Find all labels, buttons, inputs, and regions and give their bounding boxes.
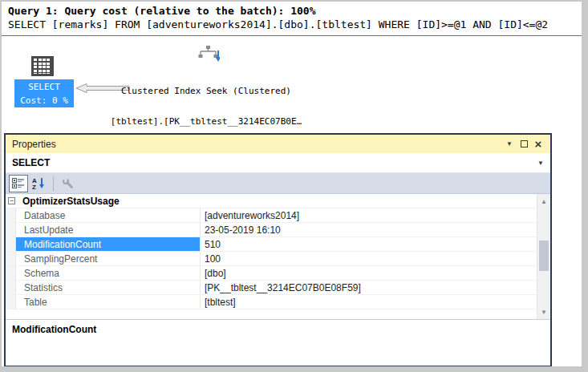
property-value: [tbltest] — [200, 295, 537, 309]
category-row[interactable]: − OptimizerStatsUsage — [6, 194, 537, 208]
select-node-title: SELECT — [14, 80, 74, 94]
float-window-button[interactable] — [517, 138, 531, 151]
combo-chevron-down-icon: ▼ — [537, 160, 544, 167]
property-rows: − OptimizerStatsUsage Database [adventur… — [6, 194, 537, 309]
execution-plan-window: Query 1: Query cost (relative to the bat… — [0, 0, 588, 372]
property-label: Schema — [16, 266, 200, 280]
alphabetical-sort-button[interactable]: A Z — [29, 175, 48, 192]
property-row-modificationcount[interactable]: ModificationCount 510 — [6, 237, 537, 252]
close-icon: × — [535, 140, 542, 148]
collapse-icon[interactable]: − — [8, 197, 15, 204]
properties-title: Properties — [12, 139, 502, 150]
categorized-view-button[interactable] — [9, 175, 28, 192]
svg-text:Z: Z — [32, 184, 36, 189]
toolbar-separator — [53, 176, 54, 191]
plan-canvas: Query 1: Query cost (relative to the bat… — [2, 2, 582, 366]
property-value: 23-05-2019 16:10 — [200, 223, 537, 237]
wrench-icon — [62, 177, 74, 189]
row-indent — [6, 208, 16, 222]
property-label: ModificationCount — [16, 237, 200, 251]
row-indent — [6, 252, 16, 265]
seek-node-title: Clustered Index Seek (Clustered) — [90, 87, 322, 97]
property-value: 510 — [200, 237, 537, 251]
vertical-scrollbar[interactable]: ▲ ▼ — [537, 194, 550, 319]
row-indent — [6, 295, 16, 309]
property-value: [dbo] — [200, 266, 537, 280]
property-value: [PK__tbltest__3214EC07B0E08F59] — [200, 281, 537, 294]
window-position-button[interactable]: ▼ — [502, 138, 517, 151]
result-grid-icon[interactable] — [31, 56, 54, 76]
close-button[interactable]: × — [531, 138, 545, 151]
property-value: [adventureworks2014] — [200, 208, 537, 222]
chevron-down-icon: ▼ — [506, 140, 513, 148]
description-property-name: ModificationCount — [12, 324, 544, 335]
property-row-table[interactable]: Table [tbltest] — [6, 295, 537, 309]
query-separator — [2, 35, 582, 36]
property-grid: − OptimizerStatsUsage Database [adventur… — [6, 194, 550, 319]
property-row-statistics[interactable]: Statistics [PK__tbltest__3214EC07B0E08F5… — [6, 281, 537, 295]
property-label: Database — [16, 208, 200, 222]
property-row-schema[interactable]: Schema [dbo] — [6, 266, 537, 281]
row-indent — [6, 223, 16, 237]
row-indent — [6, 281, 16, 294]
property-pages-button — [58, 175, 77, 192]
query-sql-text: SELECT [remarks] FROM [adventureworks201… — [8, 18, 548, 30]
scroll-down-icon[interactable]: ▼ — [537, 305, 550, 318]
select-node-cost: Cost: 0 % — [14, 94, 74, 107]
properties-toolbar: A Z — [6, 173, 550, 194]
property-value: 100 — [200, 252, 537, 265]
selected-object-label: SELECT — [12, 157, 537, 168]
property-label: SamplingPercent — [16, 252, 200, 265]
row-indent — [6, 237, 16, 251]
sort-az-icon: A Z — [32, 177, 45, 189]
property-row-samplingpercent[interactable]: SamplingPercent 100 — [6, 252, 537, 266]
query-cost-heading: Query 1: Query cost (relative to the bat… — [8, 5, 316, 17]
float-window-icon — [521, 140, 528, 148]
category-label: OptimizerStatsUsage — [17, 196, 120, 207]
property-label: Statistics — [16, 281, 200, 294]
object-selector-combobox[interactable]: SELECT ▼ — [6, 153, 550, 173]
property-row-lastupdate[interactable]: LastUpdate 23-05-2019 16:10 — [6, 223, 537, 237]
row-indent — [6, 266, 16, 280]
scroll-up-icon[interactable]: ▲ — [537, 195, 550, 208]
scrollbar-thumb[interactable] — [539, 241, 549, 271]
property-label: Table — [16, 295, 200, 309]
plan-node-select[interactable]: SELECT Cost: 0 % — [14, 79, 74, 107]
property-label: LastUpdate — [16, 223, 200, 237]
seek-node-object: [tbltest].[PK__tbltest__3214EC07B0E… — [90, 117, 322, 127]
categorized-icon — [12, 177, 25, 189]
properties-titlebar[interactable]: Properties ▼ × — [6, 135, 550, 153]
index-seek-icon[interactable] — [196, 44, 220, 63]
property-description-area: ModificationCount — [6, 319, 550, 366]
properties-panel: Properties ▼ × SELECT ▼ — [4, 133, 552, 366]
property-row-database[interactable]: Database [adventureworks2014] — [6, 208, 537, 223]
